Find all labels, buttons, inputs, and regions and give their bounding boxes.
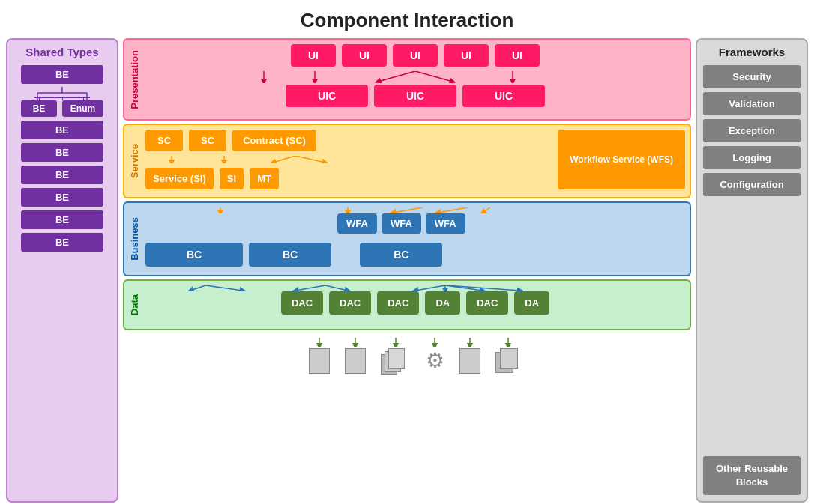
db-icon-6: [495, 338, 521, 378]
ui-box-3: UI: [393, 44, 438, 67]
data-boxes-row: DAC DAC DAC DA DAC DA: [145, 291, 685, 315]
svg-line-22: [415, 285, 445, 291]
be-box-3: BE: [21, 166, 103, 184]
da-box-1: DA: [425, 291, 460, 315]
svg-line-12: [295, 156, 325, 163]
service-si-box: Service (SI): [145, 168, 214, 189]
shared-types-panel: Shared Types BE BE Enum BE BE BE BE BE B…: [6, 38, 118, 503]
mt-box: MT: [250, 168, 279, 189]
be-tree-child-be: BE: [21, 100, 57, 117]
sc-box-2: SC: [189, 130, 226, 151]
presentation-label: Presentation: [129, 50, 140, 109]
ui-box-2: UI: [342, 44, 387, 67]
be-tree-child-enum: Enum: [62, 100, 103, 117]
uic-box-3: UIC: [462, 85, 545, 107]
si-box: SI: [220, 168, 244, 189]
db-icon-5: [459, 338, 480, 378]
uic-box-1: UIC: [286, 85, 368, 107]
db-icons-row: ⚙: [123, 333, 691, 378]
be-tree: BE BE Enum: [21, 65, 103, 117]
frameworks-title: Frameworks: [719, 46, 785, 58]
ui-box-4: UI: [444, 44, 489, 67]
dac-box-3: DAC: [377, 291, 419, 315]
layer-presentation: Presentation UI UI UI UI UI: [123, 38, 691, 121]
layer-data: Data: [123, 279, 691, 330]
doc-single-2: [345, 348, 366, 374]
wfs-box: Workflow Service (WFS): [558, 130, 685, 189]
doc-single-3: [459, 348, 480, 374]
be-box-6: BE: [21, 233, 103, 252]
shared-types-title: Shared Types: [25, 46, 98, 58]
frameworks-panel: Frameworks Security Validation Exception…: [696, 38, 808, 503]
sc-box-1: SC: [145, 130, 183, 151]
framework-validation: Validation: [703, 92, 801, 115]
framework-security: Security: [703, 65, 801, 88]
wfa-box-2: WFA: [382, 213, 421, 234]
svg-line-17: [483, 207, 490, 213]
doc-two-1: [495, 348, 521, 375]
wfa-box-1: WFA: [337, 213, 377, 234]
svg-line-15: [393, 207, 423, 213]
other-reusable-blocks: Other Reusable Blocks: [703, 456, 801, 495]
da-box-2: DA: [514, 291, 549, 315]
svg-line-11: [273, 156, 295, 163]
dac-box-2: DAC: [329, 291, 371, 315]
wfa-box-3: WFA: [426, 213, 465, 234]
bc-box-left: BC: [145, 243, 243, 267]
data-label: Data: [129, 294, 140, 315]
page-title: Component Interaction: [0, 0, 814, 38]
ui-box-1: UI: [291, 44, 336, 67]
ui-row: UI UI UI UI UI: [145, 44, 685, 67]
framework-logging: Logging: [703, 146, 801, 169]
ui-box-5: UI: [495, 44, 540, 67]
svg-line-7: [415, 71, 453, 82]
db-icon-1: [309, 338, 330, 378]
db-icon-4: ⚙: [426, 338, 444, 378]
db-icon-3: [381, 338, 411, 378]
be-tree-top: BE: [21, 65, 103, 84]
bc-box-middle: BC: [249, 243, 331, 267]
layer-service: Service SC SC Contract (SC): [123, 124, 691, 198]
be-box-2: BE: [21, 143, 103, 162]
dac-box-1: DAC: [281, 291, 323, 315]
svg-line-20: [295, 285, 325, 291]
svg-line-18: [190, 285, 205, 291]
gear-icon: ⚙: [426, 348, 444, 373]
contract-box: Contract (SC): [232, 130, 316, 151]
doc-single-1: [309, 348, 330, 374]
be-box-4: BE: [21, 188, 103, 207]
service-top-row: SC SC Contract (SC): [145, 130, 552, 151]
service-bottom-row: Service (SI) SI MT: [145, 168, 552, 189]
be-box-5: BE: [21, 210, 103, 229]
svg-line-25: [445, 285, 520, 291]
db-icon-2: [345, 338, 366, 378]
layer-business: Business BC: [123, 201, 691, 276]
framework-configuration: Configuration: [703, 173, 801, 196]
uic-row: UIC UIC UIC: [145, 85, 685, 107]
svg-line-21: [325, 285, 348, 291]
svg-line-16: [438, 207, 468, 213]
service-label: Service: [129, 144, 140, 178]
be-box-1: BE: [21, 121, 103, 139]
business-label: Business: [129, 217, 140, 261]
framework-exception: Exception: [703, 119, 801, 142]
doc-multi-1: [381, 348, 411, 378]
uic-box-2: UIC: [374, 85, 456, 107]
center-diagram: Presentation UI UI UI UI UI: [123, 38, 691, 503]
svg-line-6: [378, 71, 415, 82]
dac-box-4: DAC: [466, 291, 508, 315]
svg-line-19: [205, 285, 243, 291]
bc-box-right: BC: [360, 243, 442, 267]
